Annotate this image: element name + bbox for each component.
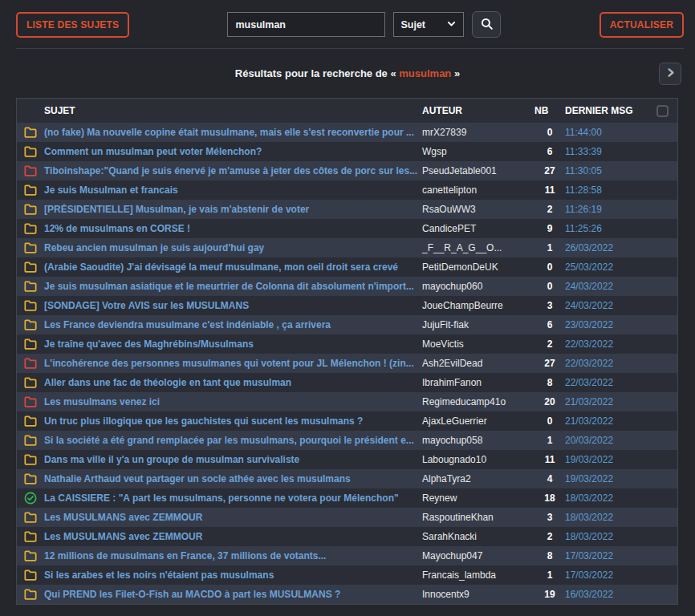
topic-title-link[interactable]: Je suis musulman asiatique et le meurtri…	[44, 281, 422, 292]
folder-icon	[17, 589, 44, 600]
topic-title-link[interactable]: La CAISSIERE : "A part les musulmans, pe…	[44, 492, 422, 504]
topic-last-msg-link[interactable]: 19/03/2022	[565, 454, 647, 465]
topic-last-msg-link[interactable]: 11:26:19	[565, 204, 647, 215]
search-button[interactable]	[472, 11, 501, 38]
search-type-select[interactable]: Sujet	[393, 12, 464, 37]
results-title: Résultats pour la recherche de « musulma…	[235, 67, 460, 79]
topic-last-msg-link[interactable]: 22/03/2022	[565, 358, 647, 369]
topic-author: mayochup058	[422, 435, 534, 446]
topic-reply-count: 3	[534, 300, 565, 311]
check-circle-icon	[17, 492, 44, 505]
topic-title-link[interactable]: 12% de musulmans en CORSE !	[44, 223, 422, 234]
topic-last-msg-link[interactable]: 25/03/2022	[565, 261, 647, 273]
topic-last-msg-link[interactable]: 22/03/2022	[565, 338, 647, 350]
table-row: Un truc plus illogique que les gauchiste…	[17, 411, 677, 431]
folder-icon	[17, 435, 44, 446]
folder-icon	[17, 261, 44, 273]
topic-title-link[interactable]: Les MUSULMANS avec ZEMMOUR	[44, 512, 422, 523]
topic-author: Labougnado10	[422, 454, 534, 465]
topic-author: MoeVictis	[422, 338, 534, 350]
liste-des-sujets-button[interactable]: LISTE DES SUJETS	[16, 12, 129, 38]
topic-author: SarahKnacki	[422, 531, 534, 542]
topic-last-msg-link[interactable]: 18/03/2022	[565, 531, 647, 542]
table-header-row: SUJET AUTEUR NB DERNIER MSG	[17, 99, 677, 123]
topic-title-link[interactable]: Aller dans une fac de théologie en tant …	[44, 377, 422, 388]
topic-last-msg-link[interactable]: 26/03/2022	[565, 242, 647, 253]
search-input[interactable]	[227, 12, 385, 37]
topic-title-link[interactable]: Nathalie Arthaud veut partager un socle …	[44, 473, 422, 484]
table-row: Qui PREND les Filet-O-Fish au MACDO à pa…	[17, 585, 677, 604]
topic-last-msg-link[interactable]: 11:30:05	[565, 165, 647, 176]
topic-title-link[interactable]: Un truc plus illogique que les gauchiste…	[44, 415, 422, 427]
folder-icon	[17, 204, 44, 215]
topic-title-link[interactable]: Comment un musulman peut voter Mélenchon…	[44, 146, 422, 157]
select-all-checkbox[interactable]	[656, 105, 669, 117]
table-row: Si la société a été grand remplacée par …	[17, 431, 677, 450]
folder-icon	[17, 569, 44, 581]
topic-reply-count: 4	[534, 473, 565, 484]
topic-title-link[interactable]: Tiboinshape:"Quand je suis énervé je m'a…	[44, 165, 422, 176]
topic-reply-count: 6	[534, 146, 565, 157]
topic-title-link[interactable]: [PRÉSIDENTIELLE] Musulman, je vais m'abs…	[44, 204, 422, 215]
topic-last-msg-link[interactable]: 17/03/2022	[565, 550, 647, 561]
topic-last-msg-link[interactable]: 11:44:00	[565, 127, 647, 138]
topic-title-link[interactable]: Les musulmans venez ici	[44, 396, 422, 407]
topic-last-msg-link[interactable]: 17/03/2022	[565, 569, 647, 581]
actualiser-button[interactable]: ACTUALISER	[599, 12, 684, 38]
topic-last-msg-link[interactable]: 21/03/2022	[565, 396, 647, 407]
topic-title-link[interactable]: Dans ma ville il y'a un groupe de musulm…	[44, 454, 422, 465]
topic-last-msg-link[interactable]: 20/03/2022	[565, 435, 647, 446]
topic-title-link[interactable]: Rebeu ancien musulman je suis aujourd'hu…	[44, 242, 422, 253]
table-row: Les MUSULMANS avec ZEMMOURRaspoutineKhan…	[17, 508, 677, 527]
topic-title-link[interactable]: [SONDAGE] Votre AVIS sur les MUSULMANS	[44, 300, 422, 311]
folder-icon	[17, 377, 44, 388]
topic-title-link[interactable]: Je traîne qu'avec des Maghrébins/Musulma…	[44, 338, 422, 350]
topic-last-msg-link[interactable]: 11:33:39	[565, 146, 647, 157]
topic-author: Mayochup047	[422, 550, 534, 561]
folder-icon	[17, 531, 44, 542]
folder-icon	[17, 223, 44, 234]
table-row: Les musulmans venez iciRegimeducamp41o20…	[17, 392, 677, 411]
column-header-sujet: SUJET	[44, 105, 422, 116]
topic-last-msg-link[interactable]: 22/03/2022	[565, 377, 647, 388]
topic-last-msg-link[interactable]: 24/03/2022	[565, 281, 647, 292]
topic-title-link[interactable]: Les France deviendra musulmane c'est ind…	[44, 319, 422, 330]
topic-title-link[interactable]: (Arabie Saoudite) J'ai dévisagé la meuf …	[44, 261, 422, 273]
topic-reply-count: 20	[534, 396, 565, 407]
topic-last-msg-link[interactable]: 11:28:58	[565, 184, 647, 196]
topic-title-link[interactable]: Je suis Musulman et francais	[44, 184, 422, 196]
topic-author: Francais_lambda	[422, 569, 534, 581]
topic-last-msg-link[interactable]: 23/03/2022	[565, 319, 647, 330]
folder-icon	[17, 319, 44, 330]
topic-title-link[interactable]: 12 millions de musulmans en France, 37 m…	[44, 550, 422, 561]
chevron-right-icon	[665, 67, 677, 81]
topic-last-msg-link[interactable]: 21/03/2022	[565, 415, 647, 427]
topic-last-msg-link[interactable]: 18/03/2022	[565, 492, 647, 504]
table-row: L'incohérence des personnes musulmanes q…	[17, 354, 677, 373]
topic-last-msg-link[interactable]: 16/03/2022	[565, 589, 647, 600]
topic-author: PseudJetable001	[422, 165, 534, 176]
topic-reply-count: 18	[534, 492, 565, 504]
search-keyword: musulman	[399, 67, 451, 79]
topic-last-msg-link[interactable]: 18/03/2022	[565, 512, 647, 523]
next-page-button[interactable]	[659, 63, 681, 85]
topic-author: _F__R_A_G__O...	[422, 242, 534, 253]
topic-reply-count: 2	[534, 531, 565, 542]
topic-author: mayochup060	[422, 281, 534, 292]
topic-title-link[interactable]: Les MUSULMANS avec ZEMMOUR	[44, 531, 422, 542]
topic-title-link[interactable]: (no fake) Ma nouvelle copine était musul…	[44, 127, 422, 138]
folder-icon	[17, 473, 44, 484]
topic-last-msg-link[interactable]: 19/03/2022	[565, 473, 647, 484]
topic-title-link[interactable]: Si la société a été grand remplacée par …	[44, 435, 422, 446]
topic-reply-count: 1	[534, 435, 565, 446]
topic-title-link[interactable]: Qui PREND les Filet-O-Fish au MACDO à pa…	[44, 589, 422, 600]
table-row: Les MUSULMANS avec ZEMMOURSarahKnacki218…	[17, 527, 677, 546]
topic-title-link[interactable]: L'incohérence des personnes musulmanes q…	[44, 358, 422, 369]
topic-last-msg-link[interactable]: 11:25:26	[565, 223, 647, 234]
topic-title-link[interactable]: Si les arabes et les noirs n'étaient pas…	[44, 569, 422, 581]
topic-last-msg-link[interactable]: 24/03/2022	[565, 300, 647, 311]
topic-reply-count: 19	[534, 589, 565, 600]
topic-author: AjaxLeGuerrier	[422, 415, 534, 427]
table-row: Nathalie Arthaud veut partager un socle …	[17, 469, 677, 488]
chevron-down-icon	[446, 18, 457, 31]
